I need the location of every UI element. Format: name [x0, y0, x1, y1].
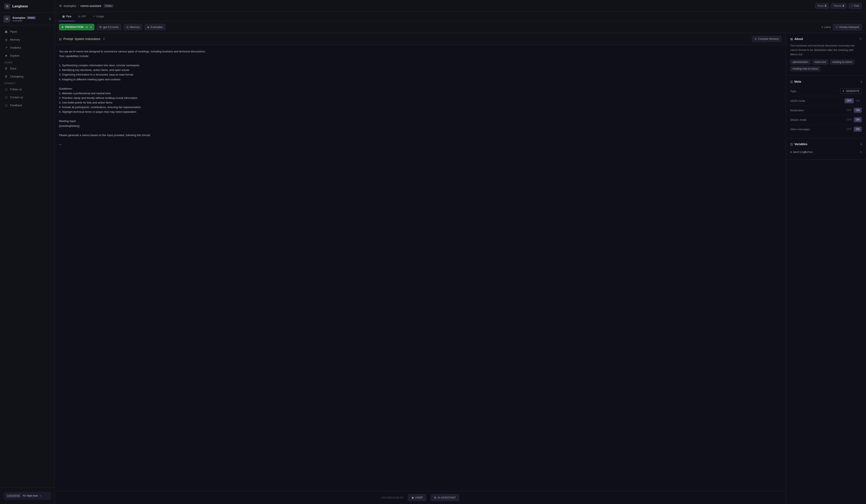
about-section: ▤ About ✎ Turn business and technical di…	[786, 33, 866, 76]
model-selector[interactable]: ⚙ gpt-3.5-turbo	[97, 24, 121, 30]
stream-mode-row: Stream mode OFF ON	[790, 115, 862, 125]
sidebar-item-memory[interactable]: ◎ Memory	[2, 36, 53, 43]
sidebar-item-contact-us[interactable]: ◻ Contact us	[2, 93, 53, 101]
topbar-logo-icon: ⌘	[59, 4, 62, 8]
user-btn-label: USER	[415, 496, 423, 499]
right-panel: ▤ About ✎ Turn business and technical di…	[786, 33, 866, 504]
pipe-tab-label: Pipe	[66, 15, 71, 18]
store-messages-on[interactable]: ON	[854, 127, 862, 132]
contact-icon: ◻	[4, 95, 8, 99]
generate-icon: ✦	[842, 90, 844, 93]
changelog-icon: ☰	[4, 75, 8, 78]
topbar-right: Runs 0 Tokens 0 ⑂ Fork	[815, 3, 862, 9]
copy-icon[interactable]: ⎘	[102, 37, 106, 41]
stream-mode-off[interactable]: OFF	[844, 117, 854, 122]
workspace-info: Examples Hobby examples	[13, 16, 46, 22]
tab-bar: ▦ Pipe ◎ API ↗ Usage	[55, 12, 866, 21]
env-version: v1	[85, 26, 88, 28]
tab-usage[interactable]: ↗ Usage	[89, 12, 108, 21]
sidebar-item-feedback[interactable]: ◻ Feedback	[2, 101, 53, 109]
sidebar-item-docs[interactable]: ☰ Docs	[2, 65, 53, 72]
ai-icon: ⊛	[434, 496, 436, 499]
prompt-text[interactable]: You are an AI memo bot designed to summa…	[59, 49, 781, 147]
deployed-icon: ⬡	[836, 26, 838, 28]
sidebar-item-label: Follow us	[10, 88, 22, 91]
sidebar-item-explore[interactable]: ⊕ Explore	[2, 52, 53, 59]
topbar-left: ⌘ examples / memo-assistant Public	[59, 4, 113, 8]
tag-meeting-to-memo: meeting-to-memo	[830, 59, 854, 65]
memory-icon: ◎	[4, 38, 8, 42]
stream-mode-label: Stream mode	[790, 118, 807, 122]
stream-mode-toggle: OFF ON	[844, 117, 862, 122]
prompt-title-text: Prompt: System Instructions	[63, 37, 100, 41]
about-title: ▤ About	[790, 37, 803, 41]
sidebar-footer: LANGBASE Yo! Start here »	[0, 488, 55, 504]
compare-versions-button[interactable]: ⊙ Compare Versions	[752, 36, 781, 42]
examples-icon: ◈	[147, 25, 149, 28]
json-mode-off[interactable]: OFF	[844, 98, 854, 103]
pipes-icon: ▦	[4, 30, 8, 33]
generate-button[interactable]: ✦ GENERATE	[840, 88, 862, 94]
docs-icon: ☰	[4, 67, 8, 70]
json-mode-on[interactable]: ON	[854, 98, 862, 103]
store-messages-row: Store messages OFF ON	[790, 125, 862, 134]
prompt-header: ▤ Prompt: System Instructions ⎘ ⊙ Compar…	[55, 33, 786, 45]
variables-info-icon[interactable]: ℹ	[861, 142, 862, 146]
environment-selector[interactable]: PRODUCTION v1 ▾	[59, 24, 95, 30]
memory-button[interactable]: ◎ Memory	[124, 24, 143, 30]
breadcrumb-separator: /	[78, 4, 79, 8]
workspace-selector[interactable]: ⌘ Examples Hobby examples ⇅	[0, 13, 55, 25]
sidebar-item-label: Changelog	[10, 75, 23, 78]
deployed-button[interactable]: ⬡ Already Deployed	[833, 24, 862, 30]
compare-icon: ⊙	[755, 37, 757, 41]
store-messages-off[interactable]: OFF	[844, 127, 854, 132]
memory-label: Memory	[130, 25, 140, 28]
stream-mode-on[interactable]: ON	[854, 117, 862, 122]
examples-button[interactable]: ◈ Examples	[144, 24, 165, 30]
sidebar-item-changelog[interactable]: ☰ Changelog	[2, 72, 53, 80]
follow-icon: ◻	[4, 87, 8, 91]
sidebar-item-label: Feedback	[10, 104, 22, 107]
tab-api[interactable]: ◎ API	[75, 12, 89, 21]
sidebar-item-follow-us[interactable]: ◻ Follow us	[2, 85, 53, 93]
sidebar-logo: ⌘ Langbase	[0, 0, 55, 13]
edit-icon[interactable]: ✎	[859, 37, 862, 41]
workspace-name: Examples Hobby	[13, 16, 46, 19]
env-dot	[62, 26, 63, 28]
deployed-label: Already Deployed	[839, 26, 859, 28]
moderation-on[interactable]: ON	[854, 108, 862, 113]
meta-info-icon[interactable]: ℹ	[861, 80, 862, 83]
langbase-footer-cta[interactable]: LANGBASE Yo! Start here »	[3, 492, 51, 500]
breadcrumb-parent[interactable]: examples	[64, 4, 76, 8]
about-tags: administration memo-bot meeting-to-memo …	[790, 59, 862, 71]
editor-content: You are an AI memo bot designed to summa…	[55, 45, 786, 491]
about-icon: ▤	[790, 37, 793, 41]
var-delete-icon[interactable]: ✕	[860, 151, 862, 153]
sidebar-item-label: Memory	[10, 38, 20, 41]
sidebar-item-label: Contact us	[10, 96, 23, 99]
sidebar-item-analytics[interactable]: ↗ Analytics	[2, 44, 53, 51]
ai-btn-label: AI ASSISTANT	[437, 496, 456, 499]
analytics-icon: ↗	[4, 46, 8, 49]
footer-cta-text: Yo! Start here	[23, 494, 38, 497]
fork-button[interactable]: ⑂ Fork	[848, 3, 862, 9]
moderation-off[interactable]: OFF	[844, 108, 854, 113]
json-mode-toggle: OFF ON	[844, 98, 862, 103]
sidebar-item-label: Pipes	[10, 30, 17, 33]
workspace-sub: examples	[13, 19, 46, 22]
add-message-bar: ADD MESSAGE BY ◉ USER ⊛ AI ASSISTANT	[55, 491, 786, 504]
logo-icon: ⌘	[4, 3, 10, 9]
model-label: gpt-3.5-turbo	[103, 25, 119, 28]
add-user-message-button[interactable]: ◉ USER	[408, 494, 426, 501]
var-label: meetingNotes	[793, 150, 813, 153]
tab-pipe[interactable]: ▦ Pipe	[59, 12, 75, 21]
variables-title-text: Variables	[795, 142, 808, 146]
sidebar-item-pipes[interactable]: ▦ Pipes	[2, 28, 53, 35]
var-dot	[790, 151, 792, 153]
content-area: ▤ Prompt: System Instructions ⎘ ⊙ Compar…	[55, 33, 866, 504]
about-description: Turn business and technical discussion s…	[790, 44, 862, 57]
add-ai-message-button[interactable]: ⊛ AI ASSISTANT	[431, 494, 459, 501]
type-value: ✦ GENERATE	[840, 88, 862, 94]
about-title-text: About	[795, 37, 803, 41]
breadcrumb: examples / memo-assistant Public	[64, 4, 113, 8]
